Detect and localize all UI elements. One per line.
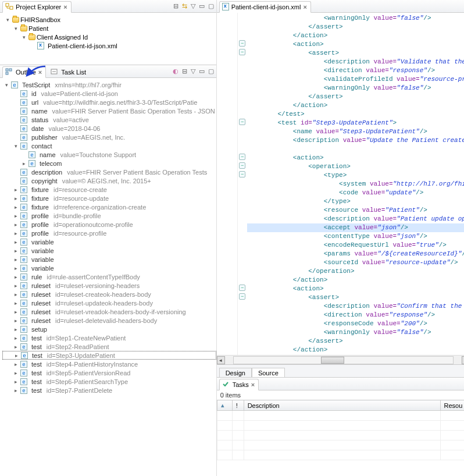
outline-item[interactable]: erulesetid=ruleset-deletevalid-headers-b… [2,316,216,325]
outline-item[interactable]: etestid=Step7-PatientDelete [2,386,216,395]
close-icon[interactable]: × [251,381,255,388]
outline-tree[interactable]: eTestScriptxmlns=http://hl7.org/fhir eid… [0,78,216,476]
project-tree[interactable]: FHIRSandbox Patient Client Assigned Id P… [0,13,216,52]
svg-rect-1 [10,6,13,9]
tasks-tab[interactable]: Tasks × [219,379,259,390]
outline-item[interactable]: evariable [2,264,216,272]
tree-node[interactable]: FHIRSandbox [20,16,60,23]
collapse-icon[interactable]: ⊟ [182,68,187,75]
outline-item[interactable]: enamevalue=FHIR Server Patient Basic Ope… [2,106,216,115]
fold-toggle[interactable]: − [239,162,245,169]
fold-toggle[interactable]: − [239,40,245,47]
project-explorer-tab[interactable]: Project Explorer × [2,1,72,13]
col-description[interactable]: Description [244,400,440,411]
editor-tab[interactable]: Patient-client-id-json.xml × [219,1,311,13]
element-icon: e [20,308,27,315]
outline-tab[interactable]: Outline × [2,66,46,78]
outline-item[interactable]: evariable [2,246,216,255]
close-icon[interactable]: × [303,3,306,10]
code-editor[interactable]: <warningOnly value="false"/> </assert> <… [247,13,464,355]
outline-item[interactable]: esetup [2,325,216,333]
scroll-left-button[interactable]: ◂ [217,356,225,364]
outline-item[interactable]: edatevalue=2018-04-06 [2,124,216,133]
maximize-icon[interactable]: ▢ [208,2,214,10]
horizontal-scrollbar[interactable]: ◂ ▸ [217,355,464,364]
outline-item[interactable]: eprofileid=operationoutcome-profile [2,220,216,229]
outline-item[interactable]: eprofileid=resource-profile [2,229,216,237]
scroll-right-button[interactable]: ▸ [462,356,464,364]
table-row [217,441,464,450]
tasks-table[interactable]: ▴ ! Description Resou [217,400,464,460]
outline-root[interactable]: TestScript [22,81,50,88]
svg-rect-2 [6,69,8,71]
minimize-icon[interactable]: ▭ [199,2,205,10]
outline-item[interactable]: evariable [2,237,216,246]
element-icon: e [20,343,27,350]
outline-item[interactable]: evariable [2,255,216,264]
element-icon: e [20,239,27,246]
outline-item[interactable]: eidvalue=Patient-client-id-json [2,89,216,98]
outline-item[interactable]: eprofileid=bundle-profile [2,211,216,220]
design-tab[interactable]: Design [219,368,252,377]
element-icon: e [20,317,27,324]
outline-item[interactable]: estatusvalue=active [2,115,216,124]
element-icon: e [20,116,27,123]
element-icon: e [28,151,35,158]
outline-item[interactable]: erulesetid=ruleset-versioning-headers [2,281,216,290]
col-resource[interactable]: Resou [440,400,464,411]
outline-item[interactable]: econtact [2,141,216,150]
fold-column[interactable]: −−−−−−−− [238,13,247,355]
fold-toggle[interactable]: − [239,154,245,160]
link-editor-icon[interactable]: ⇆ [182,2,187,10]
table-row [217,421,464,431]
col-sort[interactable]: ▴ [217,400,232,411]
scroll-thumb[interactable] [321,357,344,364]
element-icon: e [20,282,27,289]
element-icon: e [20,186,27,193]
view-menu-icon[interactable]: ▽ [191,68,195,75]
collapse-all-icon[interactable]: ⊟ [173,2,179,10]
outline-item[interactable]: etestid=Step6-PatientSearchType [2,377,216,386]
outline-item[interactable]: edescriptionvalue=FHIR Server Patient Ba… [2,168,216,176]
table-row [217,450,464,460]
element-icon: e [20,204,27,211]
outline-item[interactable]: eurlvalue=http://wildfhir.aegis.net/fhir… [2,98,216,106]
minimize-icon[interactable]: ▭ [199,68,205,75]
outline-item[interactable]: etestid=Step3-UpdatePatient [2,351,216,360]
outline-item[interactable]: etestid=Step2-ReadPatient [2,342,216,351]
outline-item[interactable]: enamevalue=Touchstone Support [2,150,216,159]
tree-node[interactable]: Patient [28,25,48,32]
outline-item[interactable]: erulesetid=ruleset-updateok-headers-body [2,299,216,307]
outline-title: Outline [16,69,36,76]
expand-arrow[interactable] [5,17,11,23]
outline-item[interactable]: etelecom [2,159,216,168]
fold-toggle[interactable]: − [239,285,245,291]
fold-toggle[interactable]: − [239,49,245,55]
col-priority[interactable]: ! [232,400,244,411]
fold-toggle[interactable]: − [239,171,245,177]
svg-rect-0 [6,3,9,6]
view-menu-icon[interactable]: ▽ [191,2,195,10]
outline-item[interactable]: erulesetid=ruleset-createok-headers-body [2,290,216,299]
outline-item[interactable]: etestid=Step4-PatientHistoryInstance [2,360,216,368]
tree-file[interactable]: Patient-client-id-json.xml [48,42,117,49]
outline-item[interactable]: etestid=Step1-CreateNewPatient [2,333,216,342]
fold-toggle[interactable]: − [239,293,245,300]
close-icon[interactable]: × [63,3,67,10]
xml-file-icon [37,42,44,49]
maximize-icon[interactable]: ▢ [208,68,214,75]
tree-node[interactable]: Client Assigned Id [37,34,88,41]
close-icon[interactable]: × [38,69,42,76]
outline-item[interactable]: efixtureid=resource-create [2,185,216,194]
outline-item[interactable]: erulesetid=ruleset-vreadok-headers-body-… [2,307,216,316]
outline-item[interactable]: ecopyrightvalue=© AEGIS.net, Inc. 2015+ [2,176,216,185]
tasklist-tab[interactable]: Task List [48,66,90,78]
outline-item[interactable]: efixtureid=resource-update [2,194,216,203]
focus-icon[interactable]: ◐ [173,68,179,75]
outline-item[interactable]: efixtureid=reference-organization-create [2,203,216,211]
outline-item[interactable]: eruleid=rule-assertContentTypeIfBody [2,272,216,281]
source-tab[interactable]: Source [252,368,285,377]
fold-toggle[interactable]: − [239,119,245,125]
outline-item[interactable]: epublishervalue=AEGIS.net, Inc. [2,133,216,141]
outline-item[interactable]: etestid=Step5-PatientVersionRead [2,368,216,377]
